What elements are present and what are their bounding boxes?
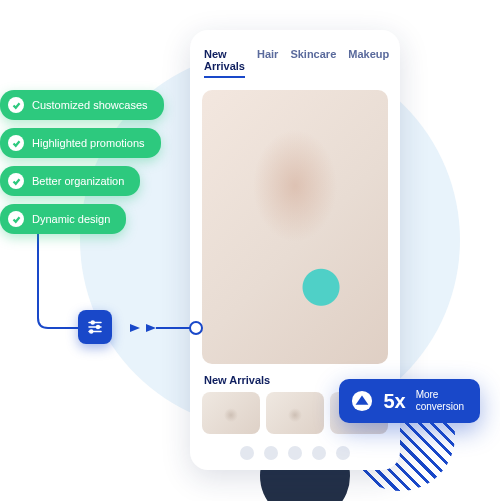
tab-makeup[interactable]: Makeup bbox=[348, 48, 389, 78]
feature-label: Customized showcases bbox=[32, 99, 148, 111]
feature-pill: Customized showcases bbox=[0, 90, 164, 120]
product-thumb[interactable] bbox=[202, 392, 260, 434]
feature-label: Dynamic design bbox=[32, 213, 110, 225]
feature-pill: Better organization bbox=[0, 166, 140, 196]
hero-image[interactable] bbox=[202, 90, 388, 364]
settings-button[interactable] bbox=[78, 310, 112, 344]
dot[interactable] bbox=[240, 446, 254, 460]
svg-point-7 bbox=[97, 326, 100, 329]
category-tabs: New Arrivals Hair Skincare Makeup bbox=[190, 30, 400, 86]
dot[interactable] bbox=[288, 446, 302, 460]
dot[interactable] bbox=[336, 446, 350, 460]
tab-new-arrivals[interactable]: New Arrivals bbox=[204, 48, 245, 78]
feature-label: Highlighted promotions bbox=[32, 137, 145, 149]
tab-hair[interactable]: Hair bbox=[257, 48, 278, 78]
feature-pill: Highlighted promotions bbox=[0, 128, 161, 158]
feature-list: Customized showcases Highlighted promoti… bbox=[0, 90, 164, 234]
up-arrow-icon bbox=[351, 390, 373, 412]
check-icon bbox=[8, 135, 24, 151]
check-icon bbox=[8, 173, 24, 189]
stat-label: More conversion bbox=[416, 389, 464, 413]
conversion-stat: 5x More conversion bbox=[339, 379, 480, 423]
pagination-dots bbox=[190, 442, 400, 470]
svg-point-5 bbox=[91, 321, 94, 324]
check-icon bbox=[8, 211, 24, 227]
tab-skincare[interactable]: Skincare bbox=[290, 48, 336, 78]
product-thumb[interactable] bbox=[266, 392, 324, 434]
feature-pill: Dynamic design bbox=[0, 204, 126, 234]
dot[interactable] bbox=[264, 446, 278, 460]
svg-point-9 bbox=[90, 330, 93, 333]
feature-label: Better organization bbox=[32, 175, 124, 187]
check-icon bbox=[8, 97, 24, 113]
sliders-icon bbox=[86, 318, 104, 336]
stat-value: 5x bbox=[383, 390, 405, 413]
dot[interactable] bbox=[312, 446, 326, 460]
